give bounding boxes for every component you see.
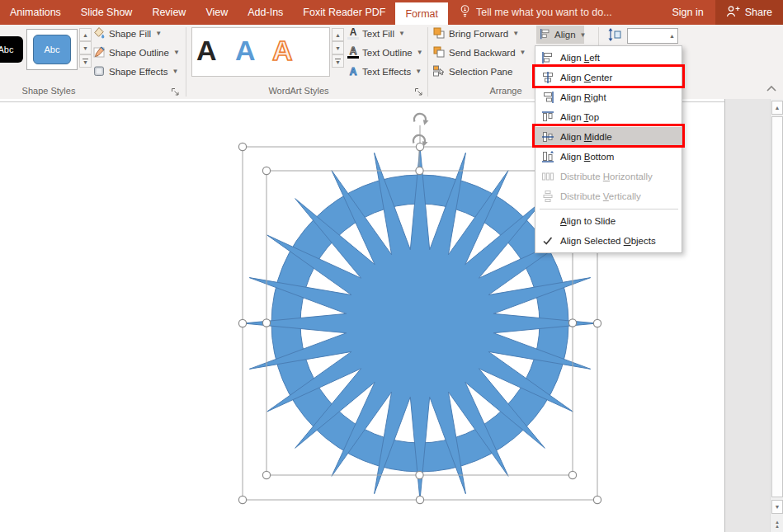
dropdown-arrow-icon: ▼ [172,68,178,75]
selection-handle[interactable] [262,471,270,478]
align-right-icon [535,91,560,104]
shape-styles-dialog-launcher[interactable] [171,87,180,97]
tab-slide-show[interactable]: Slide Show [71,0,143,25]
gallery-down-arrow[interactable]: ▼ [79,41,92,54]
menu-item-align-selected-objects[interactable]: Align Selected Objects [535,231,682,251]
text-outline-icon: A [347,46,359,59]
wordart-gallery[interactable]: A A A [191,27,330,77]
text-fill-button[interactable]: A Text Fill▼ [347,25,405,42]
lightbulb-icon [460,4,470,21]
shape-outline-button[interactable]: Shape Outline▼ [92,44,180,61]
selection-handle[interactable] [416,471,423,478]
menu-item-label: Align Left [560,53,600,63]
wordart-dialog-launcher[interactable] [414,87,423,97]
gallery-up-arrow[interactable]: ▲ [332,28,344,41]
selection-handle[interactable] [262,319,270,327]
sign-in-button[interactable]: Sign in [660,0,715,25]
dropdown-arrow-icon: ▼ [173,49,180,56]
selection-handle[interactable] [238,143,246,150]
shape-style-selected-frame: Abc [26,29,78,70]
rotate-handle-icon[interactable] [414,114,429,125]
text-fill-icon: A [347,27,359,40]
selection-pane-button[interactable]: Selection Pane [432,63,512,80]
shape-fill-button[interactable]: Shape Fill▼ [92,25,162,42]
tab-view[interactable]: View [196,0,238,25]
shape-style-gallery-arrows: ▲ ▼ ▼ [79,28,92,68]
shape-effects-button[interactable]: Shape Effects▼ [92,63,178,80]
dropdown-arrow-icon: ▼ [520,49,526,56]
dropdown-arrow-icon: ▼ [580,31,587,39]
wordart-style-blue[interactable]: A [235,34,256,67]
shape-style-thumbnail-blue[interactable]: Abc [33,35,71,64]
selection-handle[interactable] [416,496,423,503]
tab-animations[interactable]: Animations [0,0,71,25]
gallery-more-button[interactable]: ▼ [332,54,344,68]
bring-forward-icon [432,26,446,41]
selection-handle[interactable] [238,496,246,503]
paint-bucket-icon [92,26,106,41]
selection-handle[interactable] [416,143,423,150]
selection-handle[interactable] [262,167,270,174]
menu-item-label: Align Right [560,92,606,102]
title-bar: AnimationsSlide ShowReviewViewAdd-InsFox… [0,0,783,25]
person-plus-icon [726,5,740,20]
menu-item-label: Align Bottom [560,152,614,162]
spinner-up-icon[interactable]: ▲ [667,33,677,39]
selection-handle[interactable] [416,167,423,174]
wordart-style-black[interactable]: A [196,34,217,67]
shape-height-icon [607,27,622,44]
shape-styles-group-label: Shape Styles [15,86,83,96]
gallery-more-button[interactable]: ▼ [79,54,92,68]
selection-handle[interactable] [568,471,576,478]
send-backward-button[interactable]: Send Backward▼ [432,44,526,61]
text-effects-button[interactable]: A Text Effects▼ [347,63,422,80]
wordart-styles-group-label: WordArt Styles [265,86,333,96]
selection-handle[interactable] [593,319,601,327]
wordart-style-orange[interactable]: A [272,34,293,67]
align-icon [540,28,551,41]
tab-add-ins[interactable]: Add-Ins [238,0,293,25]
text-outline-button[interactable]: A Text Outline▼ [347,44,423,61]
menu-item-label: Align to Slide [560,216,616,226]
menu-item-distribute-vertically: Distribute Vertically [535,186,682,206]
selection-handle[interactable] [568,319,576,327]
align-bottom-icon [535,150,560,163]
align-top-icon [535,111,560,124]
group-separator [186,27,186,97]
collapse-ribbon-chevron-icon[interactable] [766,84,777,94]
share-button[interactable]: Share [715,0,783,25]
red-highlight-box-align-center [532,64,685,88]
tab-format[interactable]: Format [395,2,448,25]
selection-handle[interactable] [238,319,246,327]
shape-style-thumbnail-black[interactable]: Abc [0,36,23,63]
selection-pane-icon [432,64,446,79]
align-left-icon [535,51,560,64]
menu-item-align-bottom[interactable]: Align Bottom [535,147,682,167]
distribute-v-icon [535,190,560,203]
share-label: Share [745,7,772,18]
selection-handle[interactable] [593,496,601,503]
menu-item-label: Align Selected Objects [560,236,656,246]
send-backward-icon [432,45,446,60]
tab-review[interactable]: Review [142,0,196,25]
align-button[interactable]: Align▼ [536,26,584,44]
gallery-up-arrow[interactable]: ▲ [79,28,92,41]
gallery-down-arrow[interactable]: ▼ [332,41,344,54]
arrange-group-label: Arrange [481,86,531,96]
red-highlight-box-align-middle [532,124,685,148]
menu-item-distribute-horizontally: Distribute Horizontally [535,167,682,186]
shape-height-input[interactable]: ▲ [627,28,678,44]
menu-item-align-right[interactable]: Align Right [535,87,682,107]
wordart-gallery-arrows: ▲ ▼ ▼ [332,28,344,68]
dropdown-arrow-icon: ▼ [415,68,422,75]
dropdown-arrow-icon: ▼ [512,30,519,37]
tell-me-label[interactable]: Tell me what you want to do... [476,7,612,18]
menu-item-label: Distribute Vertically [560,191,641,201]
tell-me-box[interactable]: Tell me what you want to do... [460,0,612,25]
menu-item-label: Distribute Horizontally [560,172,653,181]
pencil-icon [92,45,106,60]
bring-forward-button[interactable]: Bring Forward▼ [432,25,519,42]
distribute-h-icon [535,170,560,183]
menu-item-align-to-slide[interactable]: Align to Slide [535,211,682,231]
tab-foxit-reader-pdf[interactable]: Foxit Reader PDF [293,0,395,25]
